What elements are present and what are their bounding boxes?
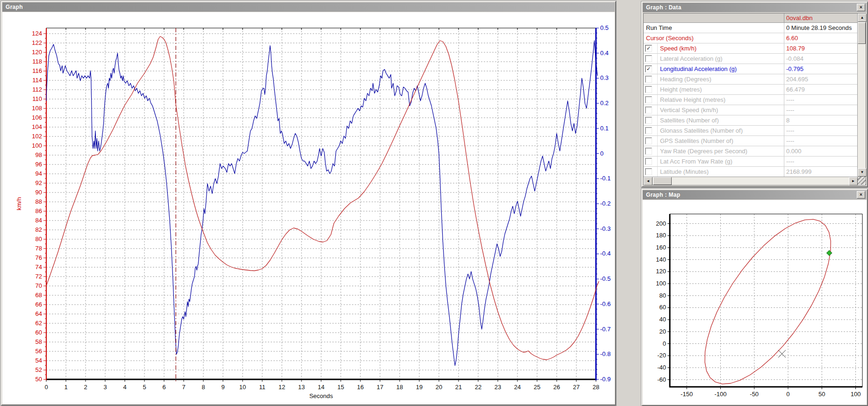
grid-header: 0oval.dbn (644, 14, 857, 23)
svg-text:5: 5 (143, 384, 146, 391)
svg-text:120: 120 (656, 268, 666, 275)
row-checkbox[interactable] (645, 76, 652, 83)
row-label: Satellites (Number of) (658, 117, 784, 124)
row-value: -0.795 (784, 64, 857, 74)
svg-text:12: 12 (279, 384, 285, 391)
row-checkbox[interactable] (645, 96, 652, 103)
left-axis-title: km/h (15, 197, 22, 210)
svg-text:52: 52 (36, 366, 42, 373)
svg-text:15: 15 (337, 384, 344, 391)
table-row[interactable]: Vertical Speed (km/h)---- (644, 105, 857, 115)
scroll-up-button[interactable]: ▲ (858, 14, 867, 22)
scroll-right-button[interactable]: ► (849, 177, 858, 185)
row-label: Speed (km/h) (658, 45, 784, 52)
svg-text:58: 58 (36, 338, 42, 345)
svg-text:160: 160 (656, 244, 666, 251)
svg-text:72: 72 (36, 273, 42, 280)
table-row[interactable]: Heading (Degrees)204.695 (644, 74, 857, 85)
svg-text:-0.2: -0.2 (600, 200, 610, 207)
table-row[interactable]: Latitude (Minutes)2168.999 (644, 167, 857, 177)
map-close-button[interactable]: × (857, 191, 865, 199)
graph-titlebar[interactable]: Graph (2, 2, 615, 12)
svg-text:17: 17 (377, 384, 383, 391)
svg-text:-60: -60 (657, 376, 666, 383)
svg-text:96: 96 (36, 161, 42, 168)
track-map-chart[interactable]: -60-40-20020406080100120140160180200-150… (643, 200, 866, 404)
row-value: 66.479 (784, 85, 857, 94)
data-titlebar[interactable]: Graph : Data × (643, 3, 867, 12)
svg-text:50: 50 (36, 376, 42, 383)
svg-text:62: 62 (36, 320, 42, 327)
row-value: 2168.999 (784, 167, 857, 177)
table-row[interactable]: Cursor (Seconds)6.60 (644, 33, 857, 43)
row-label: Yaw Rate (Degrees per Second) (658, 148, 784, 155)
svg-text:82: 82 (36, 226, 42, 233)
checkbox-cell (644, 85, 658, 94)
resize-grip[interactable] (858, 177, 866, 185)
speed-accel-chart[interactable]: 0123456789101112131415161718192021222324… (2, 12, 613, 403)
row-checkbox[interactable] (645, 55, 652, 62)
row-value: -0.084 (784, 54, 857, 64)
svg-text:14: 14 (318, 384, 324, 391)
left-arrow-icon: ◄ (646, 179, 650, 183)
scroll-track[interactable] (858, 44, 866, 168)
horizontal-scrollbar[interactable]: ◄ ► (644, 177, 858, 185)
svg-text:-150: -150 (681, 391, 693, 398)
scroll-down-button[interactable]: ▼ (858, 168, 867, 177)
svg-text:8: 8 (201, 384, 205, 391)
table-row[interactable]: Yaw Rate (Degrees per Second)0.000 (644, 146, 857, 157)
svg-text:0.5: 0.5 (600, 24, 609, 31)
svg-text:84: 84 (36, 217, 42, 224)
table-row[interactable]: Satellites (Number of)8 (644, 115, 857, 126)
svg-text:120: 120 (32, 49, 42, 56)
table-row[interactable]: Relative Height (metres)---- (644, 95, 857, 105)
svg-text:56: 56 (36, 348, 42, 355)
scroll-left-button[interactable]: ◄ (644, 177, 653, 185)
vertical-scroll-thumb[interactable] (858, 22, 866, 44)
row-label: Longitudinal Acceleration (g) (658, 65, 784, 72)
svg-text:64: 64 (36, 310, 42, 317)
table-row[interactable]: ✓Longitudinal Acceleration (g)-0.795 (644, 64, 857, 74)
table-row[interactable]: Lateral Acceleration (g)-0.084 (644, 54, 857, 64)
row-checkbox[interactable] (645, 86, 652, 93)
row-checkbox[interactable] (645, 117, 652, 124)
row-checkbox[interactable] (645, 148, 652, 155)
svg-text:74: 74 (36, 264, 42, 271)
map-content: -60-40-20020406080100120140160180200-150… (643, 200, 867, 405)
row-label: Lateral Acceleration (g) (658, 55, 784, 62)
map-axes: -60-40-20020406080100120140160180200-150… (656, 214, 862, 398)
row-label: GPS Satellites (Number of) (658, 137, 784, 144)
horizontal-scroll-thumb[interactable] (653, 177, 672, 185)
map-gridlines (670, 214, 862, 387)
row-checkbox[interactable] (645, 158, 652, 165)
svg-text:11: 11 (259, 384, 265, 391)
table-row[interactable]: Lat Acc From Yaw Rate (g)---- (644, 157, 857, 167)
row-checkbox[interactable] (645, 127, 652, 134)
svg-text:-0.8: -0.8 (600, 350, 610, 357)
vertical-scrollbar[interactable]: ▲ ▼ (857, 14, 866, 177)
row-checkbox[interactable]: ✓ (645, 65, 652, 72)
table-row[interactable]: Height (metres)66.479 (644, 85, 857, 95)
up-arrow-icon: ▲ (861, 15, 864, 20)
data-close-button[interactable]: × (857, 4, 865, 11)
table-row[interactable]: ✓Speed (km/h)108.79 (644, 43, 857, 54)
row-checkbox[interactable]: ✓ (645, 45, 652, 52)
svg-text:9: 9 (221, 384, 224, 391)
row-checkbox[interactable] (645, 107, 652, 114)
svg-text:76: 76 (36, 254, 42, 261)
table-row[interactable]: Glonass Satellites (Number of)---- (644, 126, 857, 136)
map-titlebar[interactable]: Graph : Map × (643, 190, 867, 199)
svg-text:13: 13 (298, 384, 305, 391)
svg-text:114: 114 (32, 77, 42, 84)
row-value: ---- (784, 95, 857, 105)
checkbox-cell (644, 115, 658, 125)
table-row[interactable]: GPS Satellites (Number of)---- (644, 136, 857, 146)
row-checkbox[interactable] (645, 137, 652, 144)
graph-title: Graph (6, 4, 23, 10)
svg-text:0: 0 (44, 384, 48, 391)
checkbox-cell (644, 146, 658, 156)
row-label: Relative Height (metres) (658, 96, 784, 103)
table-row[interactable]: Run Time0 Minute 28.19 Seconds (644, 23, 857, 33)
scroll-track[interactable] (672, 177, 849, 185)
row-checkbox[interactable] (645, 168, 652, 175)
